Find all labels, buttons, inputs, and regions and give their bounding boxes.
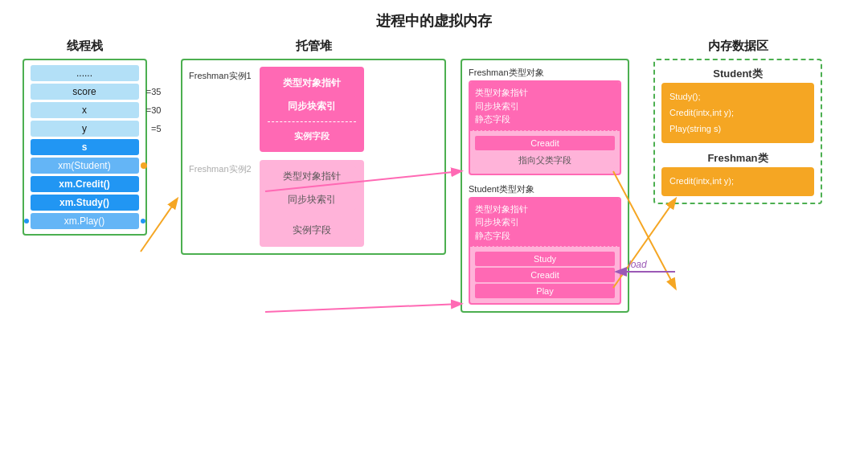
- freshman-class-label: Freshman类: [661, 151, 814, 166]
- thread-stack-title: 线程栈: [67, 39, 103, 54]
- student-type-static: 静态字段: [475, 229, 615, 243]
- thread-stack-section: 线程栈 ...... score=35 x=30 y=5 s xm(Studen…: [16, 39, 153, 433]
- stack-item: score=35: [31, 84, 139, 100]
- heap-instance-1: Freshman实例1 类型对象指针 同步块索引 实例字段: [189, 67, 438, 152]
- managed-heap-title: 托管堆: [296, 39, 332, 54]
- stack-item: x=30: [31, 102, 139, 118]
- instance1-label: Freshman实例1: [189, 67, 253, 82]
- student-class-label: Student类: [661, 67, 814, 81]
- instance1-field-ptr: 类型对象指针: [268, 73, 356, 93]
- freshman-type-ptr: 类型对象指针: [475, 86, 615, 100]
- stack-item-xm-study: xm.Study(): [31, 195, 139, 211]
- freshman-type-top: 类型对象指针 同步块索引 静态字段: [470, 82, 620, 130]
- freshman-type-sync: 同步块索引: [475, 100, 615, 113]
- student-type-box: 类型对象指针 同步块索引 静态字段 Study Creadit Play: [469, 197, 621, 305]
- student-class-box: Study(); Credit(intx,int y); Play(string…: [661, 83, 814, 143]
- student-method-credit: Credit(intx,int y);: [669, 105, 806, 121]
- student-type-sync: 同步块索引: [475, 215, 615, 229]
- student-method-study: Study: [475, 252, 615, 266]
- freshman-type-methods: Creadit 指向父类字段: [470, 131, 620, 174]
- freshman-method-credit: Creadit: [475, 136, 615, 150]
- instance2-field-ptr: 类型对象指针: [268, 166, 356, 187]
- stack-box: ...... score=35 x=30 y=5 s xm(Student) x…: [23, 59, 147, 236]
- memory-data-section: 内存数据区 Student类 Study(); Credit(intx,int …: [649, 39, 826, 433]
- instance1-field-data: 实例字段: [268, 127, 356, 146]
- stack-item-xm-student: xm(Student): [31, 158, 139, 174]
- freshman-type-static: 静态字段: [475, 113, 615, 126]
- instance2-box: 类型对象指针 同步块索引 实例字段: [260, 160, 364, 247]
- student-type-top: 类型对象指针 同步块索引 静态字段: [470, 199, 620, 247]
- memory-data-title: 内存数据区: [708, 39, 768, 54]
- student-class-container: Student类 Study(); Credit(intx,int y); Pl…: [661, 67, 814, 143]
- type-objects-section: 占位 Freshman类型对象 类型对象指针 同步块索引 静态字段 Creadi…: [457, 39, 633, 433]
- freshman-method-credit: Credit(intx,int y);: [669, 174, 806, 190]
- freshman-type-label: Freshman类型对象: [469, 67, 621, 79]
- freshman-type-obj: Freshman类型对象 类型对象指针 同步块索引 静态字段 Creadit 指…: [469, 67, 621, 175]
- student-method-study: Study();: [669, 89, 806, 105]
- heap-outer-box: Freshman实例1 类型对象指针 同步块索引 实例字段 Freshman实例…: [181, 59, 446, 255]
- student-type-label: Student类型对象: [469, 183, 621, 195]
- student-method-play: Play(string s): [669, 121, 806, 137]
- stack-item: y=5: [31, 121, 139, 137]
- freshman-class-container: Freshman类 Credit(intx,int y);: [661, 151, 814, 196]
- stack-item-xm-credit: xm.Credit(): [31, 176, 139, 192]
- instance2-label: Freshman实例2: [189, 160, 253, 175]
- stack-item: s: [31, 139, 139, 155]
- heap-instance-2: Freshman实例2 类型对象指针 同步块索引 实例字段: [189, 160, 438, 247]
- student-type-ptr: 类型对象指针: [475, 203, 615, 216]
- student-method-credit: Creadit: [475, 268, 615, 282]
- instance2-field-sync: 同步块索引: [268, 190, 356, 210]
- type-obj-outer: Freshman类型对象 类型对象指针 同步块索引 静态字段 Creadit 指…: [461, 59, 629, 313]
- student-type-methods: Study Creadit Play: [470, 247, 620, 303]
- page-title: 进程中的虚拟内存: [376, 11, 492, 31]
- freshman-class-box: Credit(intx,int y);: [661, 167, 814, 196]
- student-method-play: Play: [475, 284, 615, 298]
- mem-outer-box: Student类 Study(); Credit(intx,int y); Pl…: [653, 59, 822, 204]
- stack-item-xm-play: xm.Play(): [31, 213, 139, 229]
- stack-item: ......: [31, 65, 139, 81]
- managed-heap-section: 托管堆 Freshman实例1 类型对象指针 同步块索引 实例字段 Freshm…: [177, 39, 450, 433]
- freshman-type-box: 类型对象指针 同步块索引 静态字段 Creadit 指向父类字段: [469, 80, 621, 175]
- instance2-field-data: 实例字段: [268, 220, 356, 240]
- freshman-parent-field: 指向父类字段: [475, 152, 615, 169]
- instance1-box: 类型对象指针 同步块索引 实例字段: [260, 67, 364, 152]
- instance1-field-sync: 同步块索引: [268, 96, 356, 117]
- student-type-obj: Student类型对象 类型对象指针 同步块索引 静态字段 Study Crea…: [469, 183, 621, 305]
